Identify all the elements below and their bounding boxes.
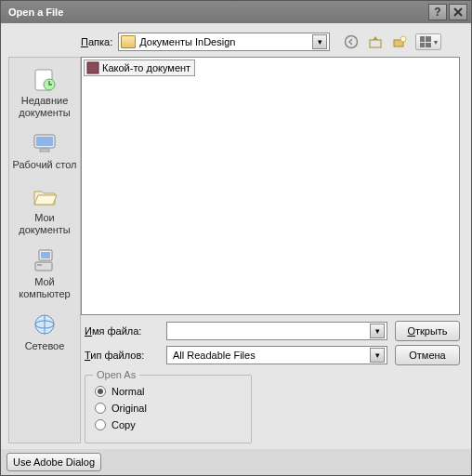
radio-icon [95,386,106,397]
places-my-computer[interactable]: Мой компьютер [9,243,80,307]
svg-rect-10 [40,149,49,152]
filetype-row: Тип файлов: All Readable Files ▾ Отмена [85,345,460,365]
file-item-label: Какой-то документ [102,62,190,73]
places-recent[interactable]: Недавние документы [9,61,80,126]
filename-row: Имя файла: ▾ Открыть [85,321,460,341]
filename-input[interactable]: ▾ [166,322,387,340]
new-folder-icon[interactable] [391,33,408,50]
places-my-documents[interactable]: Мои документы [9,178,80,243]
open-as-legend: Open As [93,369,139,380]
svg-rect-12 [41,252,50,258]
svg-rect-3 [370,40,381,47]
look-in-row: Папка: Документы InDesign ▾ ▾ [8,33,460,51]
places-network-label: Сетевое [11,340,78,352]
filename-label: Имя файла: [85,325,159,337]
open-as-original[interactable]: Original [95,400,242,416]
open-button[interactable]: Открыть [395,321,460,341]
open-file-dialog: Open a File ? Папка: Документы InDesign … [0,0,472,476]
filetype-label: Тип файлов: [85,350,159,361]
look-in-combo[interactable]: Документы InDesign ▾ [118,33,330,51]
look-in-value: Документы InDesign [139,36,312,47]
chevron-down-icon[interactable]: ▾ [370,324,385,338]
file-item[interactable]: Какой-то документ [84,60,195,76]
open-as-copy[interactable]: Copy [95,416,242,433]
help-button[interactable]: ? [428,4,447,20]
desktop-icon [29,129,60,157]
open-as-normal[interactable]: Normal [95,383,242,400]
back-icon[interactable] [343,33,360,50]
places-my-documents-label: Мои документы [11,212,78,235]
places-desktop-label: Рабочий стол [11,159,78,171]
places-network[interactable]: Сетевое [9,307,80,360]
svg-rect-13 [35,262,52,271]
svg-point-5 [400,36,406,42]
window-title: Open a File [5,7,426,18]
title-bar: Open a File ? [1,1,471,23]
nav-toolbar: ▾ [343,33,441,50]
file-list-pane[interactable]: Какой-то документ [81,57,460,315]
svg-rect-18 [87,62,98,73]
views-menu-button[interactable]: ▾ [415,33,441,50]
use-adobe-dialog-button[interactable]: Use Adobe Dialog [7,453,101,471]
places-desktop[interactable]: Рабочий стол [9,126,80,178]
look-in-label: Папка: [81,36,112,47]
bottom-controls: Имя файла: ▾ Открыть Тип файлов: All Rea… [81,315,460,443]
svg-rect-14 [37,264,42,266]
network-icon [29,311,60,338]
cancel-button[interactable]: Отмена [395,345,460,365]
radio-icon [95,403,106,414]
close-button[interactable] [449,4,467,20]
svg-point-2 [346,36,358,48]
places-bar: Недавние документы Рабочий стол Мои доку… [8,57,81,443]
chevron-down-icon[interactable]: ▾ [312,34,327,49]
indesign-file-icon [86,61,99,74]
views-icon [420,36,431,47]
recent-icon [29,65,60,93]
filetype-value: All Readable Files [169,350,370,361]
chevron-down-icon[interactable]: ▾ [370,348,385,363]
dialog-body: Папка: Документы InDesign ▾ ▾ [1,23,471,449]
up-one-level-icon[interactable] [367,33,384,50]
dialog-footer: Use Adobe Dialog [1,449,471,475]
my-computer-icon [29,246,60,274]
folder-icon [121,35,136,48]
middle-area: Недавние документы Рабочий стол Мои доку… [8,57,460,443]
svg-rect-9 [36,137,53,146]
radio-icon [95,419,106,430]
chevron-down-icon: ▾ [434,38,438,46]
places-recent-label: Недавние документы [11,95,78,118]
open-as-group: Open As Normal Original Copy [85,375,252,443]
filetype-combo[interactable]: All Readable Files ▾ [166,346,387,364]
my-documents-icon [29,182,60,210]
places-my-computer-label: Мой компьютер [11,276,78,299]
